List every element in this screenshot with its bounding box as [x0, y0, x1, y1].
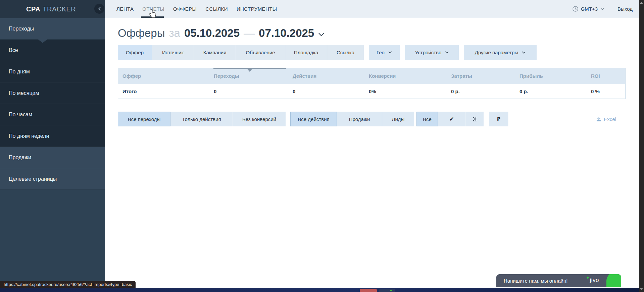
report-table: Оффер Переходы Действия Конверсия Затрат… [118, 68, 626, 99]
totals-zatraty: 0 р. [447, 89, 515, 94]
tab-lenta[interactable]: ЛЕНТА [116, 6, 134, 12]
column-header-perehody[interactable]: Переходы [209, 73, 288, 79]
totals-deystviya: 0 [288, 89, 364, 94]
date-dash: — [244, 27, 255, 40]
sidebar-item-label: По дням недели [9, 133, 49, 139]
logo-rest: TRACKER [43, 5, 76, 13]
table-row-totals: Итого 0 0 0% 0 р. 0 р. 0 % [118, 84, 625, 99]
filter-bez-konversiy[interactable]: Без конверсий [233, 112, 286, 126]
sidebar-item-perehody[interactable]: Переходы [0, 18, 105, 40]
sidebar-item-po-chasam[interactable]: По часам [0, 104, 105, 125]
other-params-dropdown[interactable]: Другие параметры [464, 45, 537, 60]
excel-label: Excel [604, 116, 616, 122]
date-chevron-down-icon[interactable] [318, 33, 325, 37]
chevron-down-icon [522, 51, 526, 54]
active-section-pointer [38, 39, 47, 43]
tab-otchety[interactable]: ОТЧЕТЫ [142, 6, 164, 12]
filter-vse-perehody[interactable]: Все переходы [118, 112, 170, 126]
excel-export-link[interactable]: Excel [596, 116, 616, 122]
jivo-leaf-icon [606, 274, 621, 287]
filter-row: Все переходы Только действия Без конверс… [118, 112, 626, 126]
status-url: https://cabinet.cpatracker.ru/users/4825… [4, 282, 132, 287]
filter-currency-ruble[interactable]: ₽ [489, 112, 508, 126]
sidebar: CPA TRACKER Переходы Все По дням По меся… [0, 0, 105, 292]
dimension-tab-ssylka[interactable]: Ссылка [327, 45, 364, 60]
filter-status-vse[interactable]: Все [416, 112, 438, 126]
totals-konversiya: 0% [364, 89, 447, 94]
main-content: Офферы за 05.10.2025 — 07.10.2025 Оффер … [105, 18, 639, 287]
timezone-label: GMT+3 [581, 6, 598, 12]
sidebar-item-label: По дням [9, 69, 30, 75]
dimension-tab-ploshchadka[interactable]: Площадка [285, 45, 327, 60]
tab-ssylki[interactable]: ССЫЛКИ [205, 6, 228, 12]
clock-icon [573, 6, 578, 12]
geo-dropdown[interactable]: Гео [369, 45, 400, 60]
chevron-down-icon [600, 8, 604, 10]
filter-prodazhi[interactable]: Продажи [337, 112, 382, 126]
dimension-tab-kampaniya[interactable]: Кампания [194, 45, 236, 60]
sidebar-item-po-dnyam-nedeli[interactable]: По дням недели [0, 125, 105, 147]
sidebar-empty-area [0, 190, 105, 292]
jivo-chat-widget[interactable]: Напишите нам, мы онлайн! jivo [496, 274, 621, 287]
date-to[interactable]: 07.10.2025 [259, 27, 314, 40]
column-header-offer[interactable]: Оффер [118, 73, 209, 79]
browser-status-bar: https://cabinet.cpatracker.ru/users/4825… [0, 281, 136, 288]
sidebar-item-po-mesyacam[interactable]: По месяцам [0, 82, 105, 104]
sidebar-item-label: По часам [9, 112, 32, 118]
sidebar-item-vse[interactable]: Все [0, 40, 105, 61]
chevron-down-icon [388, 51, 392, 54]
sidebar-item-celevye-stranicy[interactable]: Целевые страницы [0, 168, 105, 190]
tab-offery[interactable]: ОФФЕРЫ [173, 6, 197, 12]
dimension-tab-istochnik[interactable]: Источник [152, 45, 194, 60]
filter-status-pending[interactable] [465, 112, 484, 126]
column-header-zatraty[interactable]: Затраты [447, 73, 515, 79]
totals-pribyl: 0 р. [515, 89, 587, 94]
scroll-down-arrow-icon[interactable] [640, 288, 643, 290]
report-title: Офферы [118, 27, 165, 40]
browser-scrollbar[interactable] [639, 0, 644, 292]
ruble-icon: ₽ [497, 116, 500, 122]
dimension-tabs: Оффер Источник Кампания Объявление Площа… [118, 45, 537, 60]
filter-tolko-deystviya[interactable]: Только действия [170, 112, 233, 126]
dimension-tab-offer[interactable]: Оффер [118, 45, 152, 60]
sidebar-item-prodazhi[interactable]: Продажи [0, 147, 105, 168]
column-header-deystviya[interactable]: Действия [288, 73, 364, 79]
hourglass-icon [472, 116, 478, 122]
tab-instrumenty[interactable]: ИНСТРУМЕНТЫ [237, 6, 277, 12]
sidebar-item-po-dnyam[interactable]: По дням [0, 61, 105, 82]
column-header-konversiya[interactable]: Конверсия [364, 73, 447, 79]
logout-link[interactable]: Выход [617, 6, 633, 12]
jivo-logo: jivo [590, 277, 599, 284]
topbar-right: GMT+3 Выход [573, 0, 633, 18]
filter-vse-deystviya[interactable]: Все действия [290, 112, 337, 126]
chevron-down-icon [445, 51, 449, 54]
jivo-green-dot-icon [587, 277, 589, 279]
logo-bold: CPA [26, 5, 40, 13]
taskbar-edge [0, 288, 644, 292]
totals-roi: 0 % [587, 89, 626, 94]
filter-lidy[interactable]: Лиды [382, 112, 414, 126]
download-icon [596, 116, 601, 122]
timezone-selector[interactable]: GMT+3 [573, 6, 604, 12]
scroll-up-arrow-icon[interactable] [640, 2, 643, 4]
dimension-tab-obyavlenie[interactable]: Объявление [236, 45, 285, 60]
filter-status-approved[interactable]: ✔ [438, 112, 465, 126]
device-dropdown[interactable]: Устройство [405, 45, 459, 60]
geo-dropdown-label: Гео [377, 50, 385, 55]
logo[interactable]: CPA TRACKER [0, 0, 105, 18]
chat-message: Напишите нам, мы онлайн! [496, 278, 567, 284]
taskbar-item-red[interactable] [360, 289, 377, 292]
sidebar-item-label: Переходы [9, 26, 34, 32]
sidebar-item-label: Продажи [9, 155, 31, 161]
topbar: ЛЕНТА ОТЧЕТЫ ОФФЕРЫ ССЫЛКИ ИНСТРУМЕНТЫ G… [105, 0, 639, 18]
sidebar-item-label: Все [9, 47, 18, 53]
sidebar-item-label: По месяцам [9, 90, 39, 96]
date-from[interactable]: 05.10.2025 [184, 27, 240, 40]
column-header-pribyl[interactable]: Прибыль [515, 73, 587, 79]
sidebar-collapse-button[interactable] [94, 4, 104, 14]
column-header-roi[interactable]: ROI [587, 73, 626, 79]
taskbar-green-dot-icon [390, 290, 392, 291]
sort-indicator-arrow-icon [247, 69, 252, 72]
taskbar-item-dark[interactable] [379, 289, 395, 292]
other-params-dropdown-label: Другие параметры [475, 50, 518, 55]
